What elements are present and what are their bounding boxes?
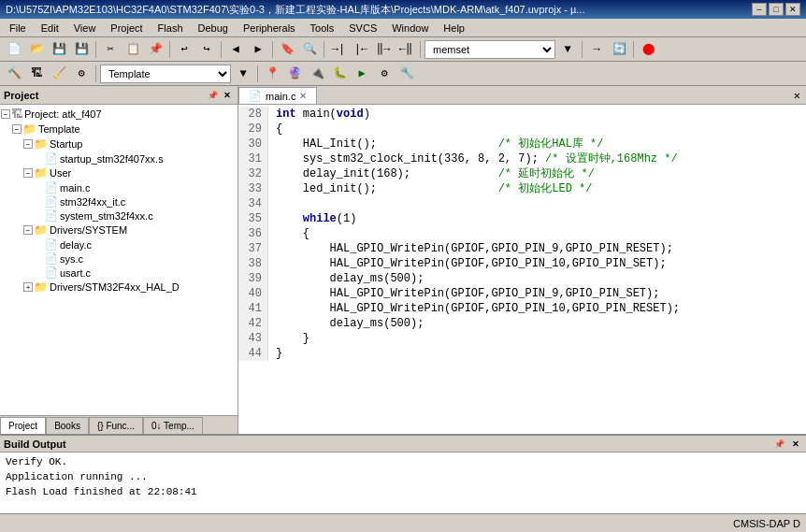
pin-panel-button[interactable]: 📌 — [206, 89, 219, 102]
redo-button[interactable]: ↪ — [196, 39, 217, 60]
bookmark-button[interactable]: 🔖 — [277, 39, 297, 60]
tree-item-startup_file[interactable]: 📄startup_stm32f407xx.s — [0, 151, 237, 165]
line-content-28[interactable]: int main(void) — [268, 107, 806, 122]
editor-panel-close-button[interactable]: ✕ — [788, 87, 806, 104]
dbg-button[interactable]: 🐛 — [329, 64, 350, 84]
line-number-43: 43 — [238, 331, 268, 346]
goto-button[interactable]: → — [586, 39, 607, 60]
line-content-33[interactable]: led_init(); /* 初始化LED */ — [268, 181, 806, 196]
tree-item-usart_c[interactable]: 📄usart.c — [0, 266, 237, 280]
outdent2-button[interactable]: ←‖ — [396, 39, 416, 60]
cut-button[interactable]: ✂ — [100, 39, 121, 60]
editor-tab-close-button[interactable]: ✕ — [299, 91, 307, 101]
tools-button[interactable]: 🔧 — [396, 64, 417, 84]
template-dropdown[interactable]: Template — [100, 65, 231, 83]
line-content-29[interactable]: { — [268, 122, 806, 137]
menu-item-svcs[interactable]: SVCS — [341, 19, 384, 36]
minimize-button[interactable]: – — [752, 3, 767, 16]
rebuild-button[interactable]: 🏗 — [26, 64, 47, 84]
line-content-43[interactable]: } — [268, 331, 806, 346]
tree-item-template[interactable]: −📁Template — [0, 122, 237, 137]
line-content-35[interactable]: while(1) — [268, 211, 806, 226]
tree-item-startup[interactable]: −📁Startup — [0, 137, 237, 151]
menu-item-view[interactable]: View — [66, 19, 104, 36]
menu-item-debug[interactable]: Debug — [191, 19, 236, 36]
tree-expand-template[interactable]: − — [12, 124, 22, 134]
project-tab-funcs[interactable]: {} Func... — [89, 417, 143, 434]
template-dropdown-btn[interactable]: ▼ — [233, 64, 253, 84]
clean-button[interactable]: 🧹 — [49, 64, 69, 84]
tree-item-main_c[interactable]: 📄main.c — [0, 180, 237, 194]
line-content-36[interactable]: { — [268, 226, 806, 241]
build-close-button[interactable]: ✕ — [789, 438, 802, 451]
close-panel-button[interactable]: ✕ — [221, 89, 234, 102]
outdent-button[interactable]: |← — [351, 39, 371, 60]
line-content-44[interactable]: } — [268, 346, 806, 361]
close-button[interactable]: ✕ — [785, 3, 800, 16]
refresh-button[interactable]: 🔄 — [609, 39, 629, 60]
tree-item-delay_c[interactable]: 📄delay.c — [0, 237, 237, 252]
project-tab-project[interactable]: Project — [0, 417, 46, 434]
settings2-button[interactable]: ⚙ — [374, 64, 395, 84]
tree-expand-user[interactable]: − — [23, 168, 33, 178]
open-file-button[interactable]: 📂 — [26, 39, 47, 60]
copy-button[interactable]: 📋 — [122, 39, 143, 60]
save-all-button[interactable]: 💾 — [71, 39, 92, 60]
dropdown-btn[interactable]: ▼ — [557, 39, 578, 60]
editor-tab-main-c[interactable]: 📄 main.c ✕ — [238, 87, 317, 104]
nav-fwd-button[interactable]: ▶ — [248, 39, 268, 60]
indent-button[interactable]: →| — [328, 39, 349, 60]
save-button[interactable]: 💾 — [49, 39, 69, 60]
line-content-39[interactable]: delay_ms(500); — [268, 271, 806, 286]
new-file-button[interactable]: 📄 — [4, 39, 24, 60]
paste-button[interactable]: 📌 — [145, 39, 166, 60]
tree-expand-startup[interactable]: − — [23, 139, 33, 149]
options-button[interactable]: ⬤ — [638, 39, 658, 60]
line-content-38[interactable]: HAL_GPIO_WritePin(GPIOF,GPIO_PIN_10,GPIO… — [268, 256, 806, 271]
menu-item-peripherals[interactable]: Peripherals — [236, 19, 303, 36]
menu-item-project[interactable]: Project — [103, 19, 150, 36]
line-content-37[interactable]: HAL_GPIO_WritePin(GPIOF,GPIO_PIN_9,GPIO_… — [268, 241, 806, 256]
tree-item-drivers_system[interactable]: −📁Drivers/SYSTEM — [0, 223, 237, 237]
build-button[interactable]: 🔨 — [4, 64, 24, 84]
maximize-button[interactable]: □ — [769, 3, 784, 16]
menu-item-tools[interactable]: Tools — [303, 19, 342, 36]
line-content-42[interactable]: delay_ms(500); — [268, 316, 806, 331]
tree-item-user[interactable]: −📁User — [0, 165, 237, 180]
menu-item-file[interactable]: File — [2, 19, 34, 36]
line-content-30[interactable]: HAL_Init(); /* 初始化HAL库 */ — [268, 137, 806, 151]
tree-expand-drivers_hal[interactable]: + — [23, 282, 33, 292]
line-content-41[interactable]: HAL_GPIO_WritePin(GPIOF,GPIO_PIN_10,GPIO… — [268, 301, 806, 316]
nav-back-button[interactable]: ◀ — [225, 39, 246, 60]
magic-button[interactable]: 🔮 — [284, 64, 305, 84]
memset-dropdown[interactable]: memset — [425, 40, 555, 59]
play-button[interactable]: ▶ — [352, 64, 372, 84]
tree-item-stm32f4_it[interactable]: 📄stm32f4xx_it.c — [0, 194, 237, 208]
search-button[interactable]: 🔍 — [299, 39, 320, 60]
project-tab-temp[interactable]: 0↓ Temp... — [143, 417, 203, 434]
chip-button[interactable]: 🔌 — [307, 64, 327, 84]
line-content-32[interactable]: delay_init(168); /* 延时初始化 */ — [268, 166, 806, 181]
tree-item-sys_c[interactable]: 📄sys.c — [0, 252, 237, 266]
tree-expand-root[interactable]: − — [1, 109, 10, 119]
tree-item-root[interactable]: −🏗Project: atk_f407 — [0, 107, 237, 122]
menu-item-help[interactable]: Help — [436, 19, 472, 36]
menu-item-flash[interactable]: Flash — [151, 19, 191, 36]
project-tab-books[interactable]: Books — [46, 417, 89, 434]
menu-item-window[interactable]: Window — [384, 19, 436, 36]
line-content-31[interactable]: sys_stm32_clock_init(336, 8, 2, 7); /* 设… — [268, 151, 806, 166]
code-editor[interactable]: 28int main(void)29{30 HAL_Init(); /* 初始化… — [238, 105, 806, 434]
tree-expand-drivers_system[interactable]: − — [23, 225, 33, 235]
line-content-40[interactable]: HAL_GPIO_WritePin(GPIOF,GPIO_PIN_9,GPIO_… — [268, 286, 806, 301]
menu-item-edit[interactable]: Edit — [34, 19, 66, 36]
pin-button[interactable]: 📍 — [262, 64, 282, 84]
indent2-button[interactable]: ‖→ — [373, 39, 394, 60]
file-icon: 📄 — [45, 195, 58, 208]
code-line-44: 44} — [238, 346, 806, 361]
build-pin-button[interactable]: 📌 — [772, 438, 785, 451]
toolbar-2: 🔨 🏗 🧹 ⚙ Template ▼ 📍 🔮 🔌 🐛 ▶ ⚙ 🔧 — [0, 62, 806, 86]
target-options-button[interactable]: ⚙ — [71, 64, 92, 84]
undo-button[interactable]: ↩ — [174, 39, 194, 60]
tree-item-drivers_hal[interactable]: +📁Drivers/STM32F4xx_HAL_D — [0, 280, 237, 295]
tree-item-system_stm32[interactable]: 📄system_stm32f4xx.c — [0, 208, 237, 223]
